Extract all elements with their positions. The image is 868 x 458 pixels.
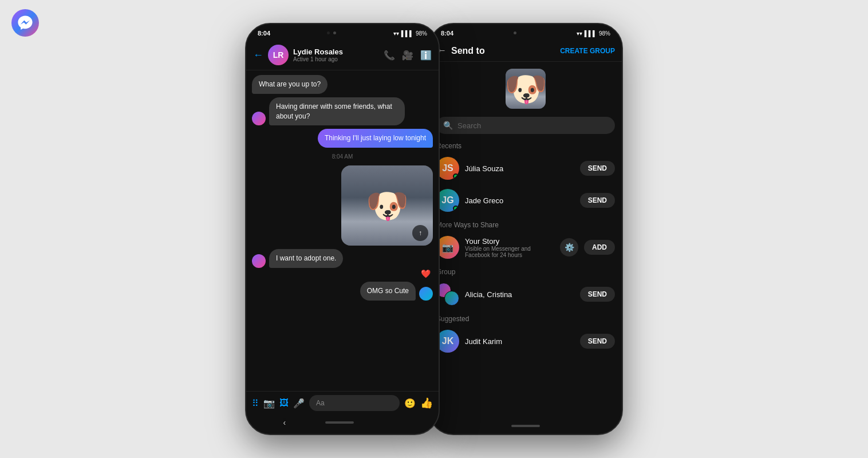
message-row-photo: ↑ (252, 165, 433, 246)
send-to-header: ← Send to CREATE GROUP (429, 40, 622, 62)
video-icon[interactable]: 🎥 (402, 50, 413, 61)
chat-screen: 8:04 ▾▾ ▌▌▌ 98% ← LR Lydie Rosales (246, 24, 439, 434)
your-story-row: 📷 Your Story Visible on Messenger and Fa… (429, 231, 622, 263)
contact-avatar: LR (268, 45, 289, 65)
other-avatar-small-2 (252, 254, 266, 268)
contact-name-judit: Judit Karim (465, 337, 574, 346)
share-preview (429, 62, 622, 113)
emoji-button[interactable]: 🙂 (404, 398, 416, 409)
add-story-button[interactable]: ADD (584, 240, 615, 255)
avatar-placeholder: LR (268, 45, 289, 65)
nav-home-pill-left[interactable] (325, 421, 354, 424)
search-placeholder: Search (457, 121, 481, 130)
avatar-judit: JK (436, 330, 459, 353)
contact-row-group[interactable]: Alicia, Cristina SEND (429, 278, 622, 310)
your-story-info: Your Story Visible on Messenger and Face… (465, 237, 554, 258)
bottom-nav-right (429, 421, 622, 434)
section-suggested: Suggested (429, 310, 622, 325)
signal-icon: ▌▌▌ (401, 30, 413, 37)
chat-messages: What are you up to? Having dinner with s… (246, 70, 439, 391)
header-icons: 📞 🎥 ℹ️ (384, 50, 432, 61)
status-icons-left: ▾▾ ▌▌▌ 98% (393, 30, 427, 37)
back-button-left[interactable]: ← (253, 49, 263, 61)
contact-row-judit[interactable]: JK Judit Karim SEND (429, 325, 622, 357)
time-right: 8:04 (441, 30, 453, 37)
phone-right: 8:04 ▾▾ ▌▌▌ 98% ← Send to CREATE GROUP (428, 23, 623, 435)
battery-text-right: 98% (599, 30, 610, 37)
contact-name-group: Alicia, Cristina (465, 290, 574, 299)
camera-dots-left (327, 31, 336, 34)
my-avatar-small (419, 287, 433, 301)
nav-home-pill-right[interactable] (511, 425, 540, 427)
online-dot-jade (453, 206, 459, 211)
chat-input-bar: ⠿ 📷 🖼 🎤 Aa 🙂 👍 (246, 391, 439, 414)
contact-info: Lydie Rosales Active 1 hour ago (293, 48, 379, 62)
contact-name: Lydie Rosales (293, 48, 379, 56)
chat-header: ← LR Lydie Rosales Active 1 hour ago 📞 🎥… (246, 40, 439, 70)
messenger-app-icon[interactable] (11, 9, 39, 37)
time-left: 8:04 (258, 30, 270, 37)
msg-bubble-6: OMG so Cute (360, 282, 416, 301)
menu-icon[interactable]: ⠿ (252, 398, 259, 409)
create-group-button[interactable]: CREATE GROUP (560, 47, 615, 55)
story-settings-button[interactable]: ⚙️ (560, 238, 578, 256)
msg-bubble-3: Thinking I'll just laying low tonight (318, 129, 433, 148)
online-dot-julia (453, 173, 459, 179)
section-group: Group (429, 263, 622, 278)
story-actions: ⚙️ ADD (560, 238, 615, 256)
avatar-group (436, 283, 459, 306)
mic-icon[interactable]: 🎤 (293, 398, 305, 409)
section-recents: Recents (429, 137, 622, 152)
send-button-jade[interactable]: SEND (580, 193, 615, 208)
phone-left: 8:04 ▾▾ ▌▌▌ 98% ← LR Lydie Rosales (245, 23, 440, 435)
nav-back-left[interactable]: ‹ (283, 418, 286, 427)
message-row-1: What are you up to? (252, 75, 433, 94)
signal-icon-r: ▌▌▌ (585, 30, 597, 37)
avatar-julia: JS (436, 157, 459, 180)
msg-bubble-2: Having dinner with some friends, what ab… (269, 97, 405, 126)
your-story-subtitle: Visible on Messenger and Facebook for 24… (465, 246, 554, 258)
search-bar[interactable]: 🔍 Search (436, 117, 615, 134)
avatar-jade: JG (436, 189, 459, 212)
search-icon: 🔍 (443, 121, 453, 130)
bottom-nav-left: ‹ (246, 414, 439, 434)
dog-preview (506, 69, 546, 109)
phones-wrapper: 8:04 ▾▾ ▌▌▌ 98% ← LR Lydie Rosales (245, 23, 623, 435)
status-bar-left: 8:04 ▾▾ ▌▌▌ 98% (246, 24, 439, 40)
camera-input-icon[interactable]: 📷 (263, 398, 275, 409)
group-avatar-2 (444, 291, 459, 306)
contact-name-jade: Jade Greco (465, 196, 574, 205)
send-to-title: Send to (451, 46, 560, 56)
send-button-julia[interactable]: SEND (580, 161, 615, 176)
phone-icon[interactable]: 📞 (384, 50, 395, 61)
wifi-icon-r: ▾▾ (577, 30, 582, 37)
share-preview-image (506, 69, 546, 109)
cam-dot-1 (327, 31, 330, 34)
message-input[interactable]: Aa (309, 395, 400, 411)
reaction-emoji: ❤️ (252, 269, 431, 278)
status-icons-right: ▾▾ ▌▌▌ 98% (577, 30, 610, 37)
message-row-5: I want to adopt one. (252, 249, 433, 268)
input-icons: ⠿ 📷 🖼 🎤 (252, 398, 305, 409)
send-button-group[interactable]: SEND (580, 287, 615, 302)
status-bar-right: 8:04 ▾▾ ▌▌▌ 98% (429, 24, 622, 40)
contact-row-julia[interactable]: JS Júlia Souza SEND (429, 152, 622, 184)
side-button-1 (439, 127, 440, 161)
photo-message: ↑ (341, 165, 433, 246)
input-placeholder: Aa (316, 399, 325, 407)
other-avatar-small (252, 112, 266, 125)
share-photo-button[interactable]: ↑ (412, 225, 428, 241)
msg-bubble-1: What are you up to? (252, 75, 328, 94)
message-row-6: OMG so Cute (252, 282, 433, 301)
message-row-3: Thinking I'll just laying low tonight (252, 129, 433, 148)
photo-input-icon[interactable]: 🖼 (279, 398, 289, 408)
send-to-screen: 8:04 ▾▾ ▌▌▌ 98% ← Send to CREATE GROUP (429, 24, 622, 434)
send-button-judit[interactable]: SEND (580, 334, 615, 349)
contact-name-julia: Júlia Souza (465, 164, 574, 173)
msg-bubble-5: I want to adopt one. (269, 249, 343, 268)
info-icon[interactable]: ℹ️ (420, 50, 432, 61)
contact-row-jade[interactable]: JG Jade Greco SEND (429, 184, 622, 216)
cam-dot-r1 (514, 31, 516, 34)
like-button[interactable]: 👍 (420, 397, 433, 409)
message-row-2: Having dinner with some friends, what ab… (252, 97, 433, 126)
